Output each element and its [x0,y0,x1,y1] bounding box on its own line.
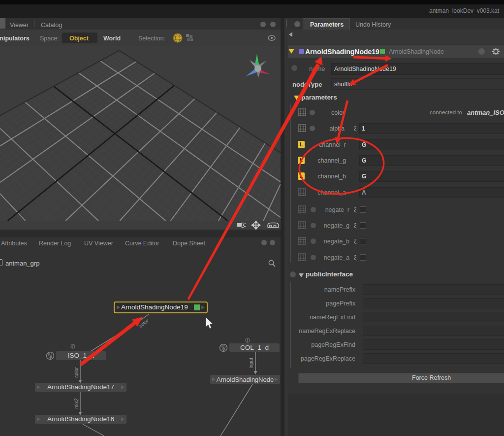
svg-text:mix2: mix2 [74,398,79,409]
svg-text:color: color [74,367,79,377]
svg-text:input: input [249,358,254,369]
svg-text:color: color [138,318,150,329]
